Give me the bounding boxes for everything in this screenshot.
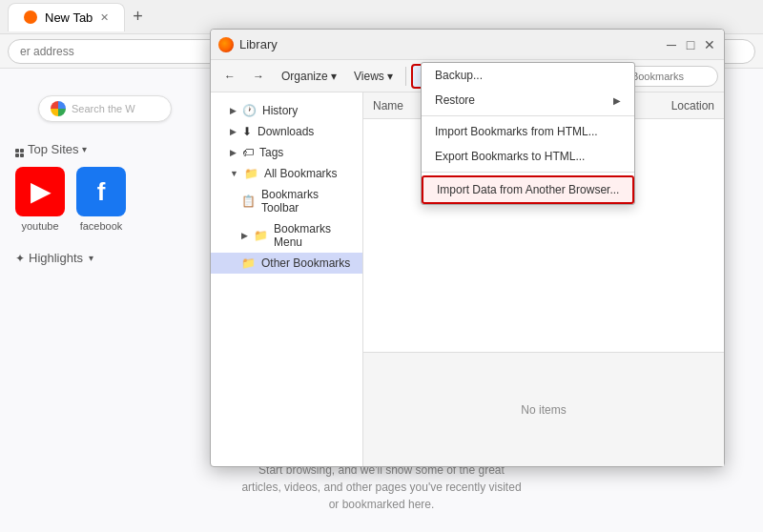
menu-item-import-html-label: Import Bookmarks from HTML... xyxy=(435,125,598,138)
history-arrow-icon: ▶ xyxy=(230,106,237,115)
toolbar-divider xyxy=(405,67,406,86)
browser-tab[interactable]: New Tab ✕ xyxy=(8,3,125,31)
tags-label: Tags xyxy=(259,146,283,159)
bookmarks-menu-label: Bookmarks Menu xyxy=(274,222,355,249)
menu-item-import-browser[interactable]: Import Data from Another Browser... xyxy=(422,175,634,204)
highlights-chevron-icon[interactable]: ▾ xyxy=(89,253,93,263)
no-items-text: No items xyxy=(521,403,566,417)
google-logo-icon xyxy=(51,101,66,116)
menu-separator-2 xyxy=(422,172,634,173)
highlights-label: Highlights xyxy=(29,251,83,265)
downloads-label: Downloads xyxy=(258,125,314,138)
tags-icon: 🏷 xyxy=(242,146,254,159)
modal-controls: ─ □ ✕ xyxy=(665,38,716,51)
menu-item-backup-label: Backup... xyxy=(435,69,483,82)
restore-arrow-icon: ▶ xyxy=(613,95,621,106)
menu-item-restore[interactable]: Restore ▶ xyxy=(422,88,634,113)
top-sites-chevron-icon[interactable]: ▾ xyxy=(82,144,87,154)
column-name-header: Name xyxy=(373,99,403,113)
newtab-content: Search the W Top Sites ▾ ▶ youtube f fac… xyxy=(0,69,210,532)
maximize-button[interactable]: □ xyxy=(684,38,697,51)
menu-item-import-html[interactable]: Import Bookmarks from HTML... xyxy=(422,119,634,144)
sidebar-item-tags[interactable]: ▶ 🏷 Tags xyxy=(211,142,362,163)
bookmarks-menu-arrow-icon: ▶ xyxy=(241,231,248,240)
modal-title: Library xyxy=(218,37,665,52)
close-button[interactable]: ✕ xyxy=(703,38,716,51)
modal-title-text: Library xyxy=(239,37,278,51)
organize-button[interactable]: Organize ▾ xyxy=(274,64,344,89)
modal-sidebar: ▶ 🕐 History ▶ ⬇ Downloads ▶ 🏷 Tags ▼ 📁 A… xyxy=(211,92,363,466)
top-sites-label: Top Sites xyxy=(28,142,78,156)
column-location-header: Location xyxy=(671,99,714,113)
all-bookmarks-arrow-icon: ▼ xyxy=(230,169,238,178)
history-label: History xyxy=(262,104,298,117)
other-bookmarks-icon: 📁 xyxy=(241,256,256,270)
history-icon: 🕐 xyxy=(242,104,257,117)
back-button[interactable]: ← xyxy=(217,64,243,89)
google-search-area: Search the W xyxy=(15,95,195,122)
forward-button[interactable]: → xyxy=(245,64,272,89)
search-bar[interactable]: Search the W xyxy=(38,95,172,122)
site-item-youtube[interactable]: ▶ youtube xyxy=(15,167,65,232)
menu-item-import-browser-label: Import Data from Another Browser... xyxy=(437,183,619,196)
library-modal: Library ─ □ ✕ ← → Organize ▾ Views ▾ Imp… xyxy=(210,29,725,467)
site-item-facebook[interactable]: f facebook xyxy=(76,167,126,232)
bookmarks-menu-icon: 📁 xyxy=(254,229,268,242)
all-bookmarks-label: All Bookmarks xyxy=(264,167,338,180)
menu-item-backup[interactable]: Backup... xyxy=(422,63,634,88)
views-button[interactable]: Views ▾ xyxy=(346,64,401,89)
tab-title: New Tab xyxy=(45,10,93,25)
sidebar-item-all-bookmarks[interactable]: ▼ 📁 All Bookmarks xyxy=(211,163,362,184)
dropdown-menu: Backup... Restore ▶ Import Bookmarks fro… xyxy=(421,62,635,205)
search-text: Search the W xyxy=(72,103,135,114)
facebook-label: facebook xyxy=(80,220,123,232)
modal-titlebar: Library ─ □ ✕ xyxy=(211,30,724,60)
sidebar-item-other-bookmarks[interactable]: 📁 Other Bookmarks xyxy=(211,253,362,274)
sidebar-item-downloads[interactable]: ▶ ⬇ Downloads xyxy=(211,121,362,142)
downloads-icon: ⬇ xyxy=(242,125,252,138)
new-tab-button[interactable]: + xyxy=(133,7,143,27)
bookmarks-toolbar-icon: 📋 xyxy=(241,194,256,208)
menu-separator-1 xyxy=(422,115,634,116)
highlights-star-icon: ✦ xyxy=(15,252,25,265)
tags-arrow-icon: ▶ xyxy=(230,148,237,157)
sidebar-item-bookmarks-toolbar[interactable]: 📋 Bookmarks Toolbar xyxy=(211,184,362,218)
downloads-arrow-icon: ▶ xyxy=(230,127,237,136)
menu-item-export-html-label: Export Bookmarks to HTML... xyxy=(435,150,585,163)
tab-favicon xyxy=(24,10,37,24)
grid-icon xyxy=(15,141,24,157)
all-bookmarks-icon: 📁 xyxy=(244,167,258,180)
firefox-icon xyxy=(218,37,234,52)
tab-close-button[interactable]: ✕ xyxy=(100,11,109,24)
top-sites-section: Top Sites ▾ xyxy=(15,141,195,157)
sidebar-item-history[interactable]: ▶ 🕐 History xyxy=(211,100,362,121)
bookmarks-toolbar-label: Bookmarks Toolbar xyxy=(261,188,355,215)
minimize-button[interactable]: ─ xyxy=(665,38,678,51)
youtube-icon: ▶ xyxy=(15,167,65,216)
highlights-section: ✦ Highlights ▾ xyxy=(15,251,195,265)
top-sites-grid: ▶ youtube f facebook xyxy=(15,167,195,232)
other-bookmarks-label: Other Bookmarks xyxy=(261,256,350,270)
suggestion-text: Start browsing, and we'll show some of t… xyxy=(238,461,525,513)
content-bottom-area: No items xyxy=(363,352,724,466)
sidebar-item-bookmarks-menu[interactable]: ▶ 📁 Bookmarks Menu xyxy=(211,218,362,253)
menu-item-export-html[interactable]: Export Bookmarks to HTML... xyxy=(422,144,634,169)
menu-item-restore-label: Restore xyxy=(435,93,475,107)
youtube-label: youtube xyxy=(21,220,58,232)
facebook-icon: f xyxy=(76,167,126,216)
